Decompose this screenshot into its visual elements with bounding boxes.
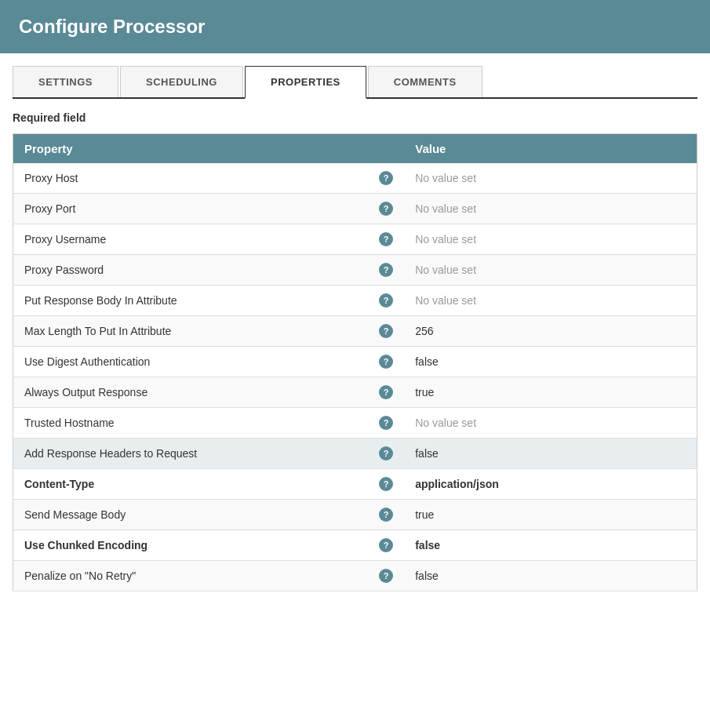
property-value: false <box>404 561 697 592</box>
col-icon-header <box>368 134 404 164</box>
properties-table: Property Value Proxy Host?No value setPr… <box>13 133 697 592</box>
tab-properties[interactable]: PROPERTIES <box>245 66 366 99</box>
table-row: Proxy Host?No value set <box>13 163 697 194</box>
help-icon-cell: ? <box>368 286 404 316</box>
help-icon-cell: ? <box>368 439 404 469</box>
table-row: Max Length To Put In Attribute?256 <box>13 316 697 347</box>
help-icon[interactable]: ? <box>379 324 393 338</box>
help-icon-cell: ? <box>368 347 404 377</box>
property-value: No value set <box>404 194 697 224</box>
help-icon-cell: ? <box>368 255 404 286</box>
help-icon[interactable]: ? <box>379 416 393 430</box>
help-icon[interactable]: ? <box>379 508 393 522</box>
help-icon-cell: ? <box>368 377 404 408</box>
help-icon[interactable]: ? <box>379 202 393 216</box>
table-row: Always Output Response?true <box>13 377 697 408</box>
help-icon[interactable]: ? <box>379 232 393 246</box>
help-icon-cell: ? <box>368 469 404 500</box>
help-icon[interactable]: ? <box>379 477 393 491</box>
help-icon[interactable]: ? <box>379 355 393 369</box>
help-icon-cell: ? <box>368 163 404 194</box>
col-property: Property <box>13 134 369 164</box>
property-value: No value set <box>404 286 697 316</box>
page-title: Configure Processor <box>19 16 691 38</box>
table-row: Use Chunked Encoding?false <box>13 530 697 561</box>
property-name: Trusted Hostname <box>13 408 369 439</box>
property-value: false <box>404 347 697 377</box>
help-icon-cell: ? <box>368 408 404 439</box>
help-icon-cell: ? <box>368 561 404 592</box>
help-icon-cell: ? <box>368 194 404 224</box>
help-icon[interactable]: ? <box>379 171 393 185</box>
table-row: Proxy Port?No value set <box>13 194 697 224</box>
help-icon[interactable]: ? <box>379 569 393 583</box>
property-value: true <box>404 500 697 530</box>
tabs-container: SETTINGSSCHEDULINGPROPERTIESCOMMENTS <box>13 66 697 99</box>
property-value: false <box>404 530 697 561</box>
property-value: No value set <box>404 224 697 255</box>
property-name: Max Length To Put In Attribute <box>13 316 369 347</box>
col-value: Value <box>404 134 697 164</box>
property-value: No value set <box>404 255 697 286</box>
property-name: Proxy Password <box>13 255 369 286</box>
help-icon[interactable]: ? <box>379 263 393 277</box>
property-name: Send Message Body <box>13 500 369 530</box>
property-value: No value set <box>404 408 697 439</box>
help-icon-cell: ? <box>368 530 404 561</box>
property-name: Proxy Port <box>13 194 369 224</box>
property-value: No value set <box>404 163 697 194</box>
tab-scheduling[interactable]: SCHEDULING <box>120 66 243 97</box>
property-value: true <box>404 377 697 408</box>
property-name: Proxy Host <box>13 163 369 194</box>
content-area: Required field Property Value Proxy Host… <box>0 99 710 604</box>
property-name: Put Response Body In Attribute <box>13 286 369 316</box>
help-icon-cell: ? <box>368 500 404 530</box>
table-row: Proxy Password?No value set <box>13 255 697 286</box>
help-icon[interactable]: ? <box>379 293 393 308</box>
table-row: Put Response Body In Attribute?No value … <box>13 286 697 316</box>
property-name: Penalize on "No Retry" <box>13 561 369 592</box>
table-row: Trusted Hostname?No value set <box>13 408 697 439</box>
property-name: Use Digest Authentication <box>13 347 369 377</box>
header: Configure Processor <box>0 0 710 53</box>
table-row: Use Digest Authentication?false <box>13 347 697 377</box>
property-value: 256 <box>404 316 697 347</box>
property-name: Always Output Response <box>13 377 369 408</box>
table-row: Add Response Headers to Request?false <box>13 439 697 469</box>
table-row: Send Message Body?true <box>13 500 697 530</box>
help-icon[interactable]: ? <box>379 385 393 399</box>
property-name: Content-Type <box>13 469 369 500</box>
tab-settings[interactable]: SETTINGS <box>13 66 118 97</box>
property-name: Add Response Headers to Request <box>13 439 369 469</box>
help-icon[interactable]: ? <box>379 446 393 460</box>
property-value: false <box>404 439 697 469</box>
property-name: Use Chunked Encoding <box>13 530 369 561</box>
table-row: Penalize on "No Retry"?false <box>13 561 697 592</box>
help-icon-cell: ? <box>368 316 404 347</box>
property-name: Proxy Username <box>13 224 369 255</box>
required-label: Required field <box>13 111 697 124</box>
help-icon-cell: ? <box>368 224 404 255</box>
table-row: Content-Type?application/json <box>13 469 697 500</box>
property-value: application/json <box>404 469 697 500</box>
help-icon[interactable]: ? <box>379 538 393 552</box>
table-row: Proxy Username?No value set <box>13 224 697 255</box>
tab-comments[interactable]: COMMENTS <box>368 66 482 97</box>
